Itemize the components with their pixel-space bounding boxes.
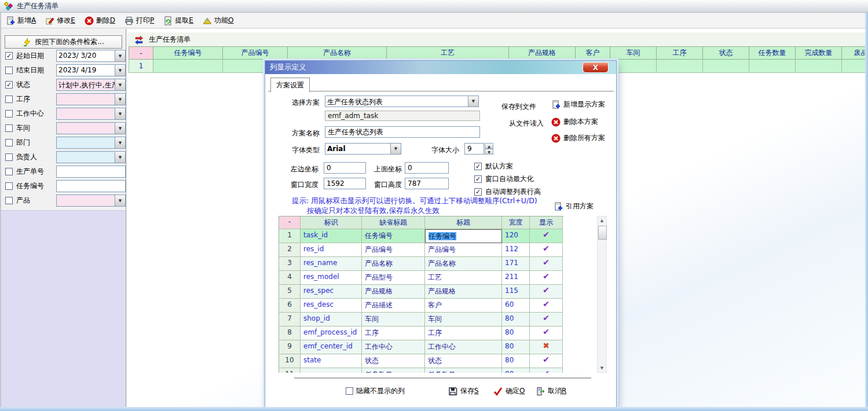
filter-workshop-checkbox[interactable] (5, 124, 13, 132)
grid-horizontal-scrollbar[interactable] (294, 377, 591, 379)
spin-up-icon[interactable]: ▲ (485, 143, 493, 149)
option-auto-row-height-checkbox[interactable]: ✓ (474, 188, 482, 196)
scroll-up-icon[interactable]: ▲ (598, 217, 606, 224)
button-delete-this-scheme[interactable]: 删除本方案 (551, 117, 598, 127)
link-read-from-file[interactable]: 从文件读入 (509, 119, 544, 129)
task-column-header[interactable]: 产品名称 (288, 46, 387, 60)
task-column-header[interactable]: 废品数量 (842, 46, 865, 60)
task-cell[interactable] (842, 60, 865, 73)
task-column-header[interactable]: 产品规格 (509, 46, 576, 60)
grid-cell-width[interactable]: 60 (502, 299, 530, 313)
task-column-header[interactable]: 产品编号 (223, 46, 288, 60)
chevron-down-icon[interactable]: ▼ (115, 79, 125, 90)
button-add-display-scheme[interactable]: 新增显示方案 (551, 100, 605, 109)
grid-cell-default-title[interactable]: 产品描述 (362, 299, 425, 313)
close-icon[interactable]: X (583, 62, 609, 73)
grid-cell-identifier[interactable]: res_model (301, 271, 362, 285)
grid-cell-title[interactable]: 车间 (425, 313, 502, 326)
grid-cell-identifier[interactable]: state (301, 354, 362, 368)
filter-production-order-input[interactable] (56, 166, 126, 178)
grid-cell-default-title[interactable]: 工序 (362, 326, 425, 340)
top-coord-input[interactable]: 0 (405, 162, 449, 174)
grid-cell-width[interactable]: 80 (502, 354, 530, 368)
grid-cell-identifier[interactable]: emf_center_id (301, 340, 362, 354)
grid-cell-show-check-icon[interactable]: ✔ (530, 299, 563, 313)
grid-cell-title[interactable]: 产品规格 (425, 285, 502, 299)
grid-cell-show-check-icon[interactable]: ✔ (530, 354, 563, 368)
toolbar-button-delete[interactable]: 删除D (85, 16, 115, 25)
filter-status-checkbox[interactable]: ✓ (5, 81, 13, 89)
grid-cell-identifier[interactable]: res_spec (301, 285, 362, 299)
grid-cell-title[interactable]: 任务编号 (425, 229, 502, 243)
filter-owner-combo[interactable]: ▼ (56, 151, 126, 163)
grid-cell-show-check-icon[interactable]: ✔ (530, 368, 563, 373)
filter-start-date-checkbox[interactable]: ✓ (5, 52, 13, 60)
grid-cell-show-check-icon[interactable]: ✔ (530, 313, 563, 326)
filter-department-checkbox[interactable] (5, 139, 13, 146)
toolbar-button-function[interactable]: 功能O (203, 16, 233, 25)
grid-cell-show-check-icon[interactable]: ✔ (530, 257, 563, 271)
chevron-down-icon[interactable]: ▼ (468, 96, 478, 107)
hide-columns-checkbox[interactable] (346, 387, 353, 395)
chevron-down-icon[interactable]: ▼ (115, 50, 125, 61)
grid-vertical-scrollbar[interactable]: ▲ ▼ (597, 216, 607, 373)
select-scheme-combo[interactable]: 生产任务状态列表 ▼ (325, 96, 479, 107)
grid-cell-default-title[interactable]: 产品型号 (362, 271, 425, 285)
grid-cell-default-title[interactable]: 车间 (362, 313, 425, 326)
search-by-conditions-button[interactable]: 按照下面的条件检索... (5, 35, 122, 49)
grid-cell-identifier[interactable]: res_id (301, 243, 362, 257)
task-column-header[interactable]: 完成数量 (796, 46, 842, 60)
grid-cell-title[interactable]: 工序 (425, 326, 502, 340)
task-cell[interactable] (703, 60, 749, 73)
grid-cell-show-check-icon[interactable]: ✔ (530, 285, 563, 299)
grid-cell-title[interactable]: 客户 (425, 299, 502, 313)
grid-cell-show-check-icon[interactable]: ✔ (530, 271, 563, 285)
grid-cell-default-title[interactable]: 产品编号 (362, 243, 425, 257)
hide-columns-option[interactable]: 隐藏不显示的列 (346, 386, 405, 396)
grid-cell-identifier[interactable]: res_name (301, 257, 362, 271)
filter-product-combo[interactable]: ▼ (56, 195, 126, 207)
filter-work-center-checkbox[interactable] (5, 110, 13, 118)
button-delete-all-schemes[interactable]: 删除所有方案 (551, 133, 605, 143)
grid-cell-width[interactable]: 80 (502, 368, 530, 373)
task-column-header[interactable]: 状态 (703, 46, 749, 60)
chevron-down-icon[interactable]: ▼ (115, 94, 125, 105)
left-coord-input[interactable]: 0 (324, 162, 366, 174)
grid-cell-title[interactable]: 任务数量 (425, 368, 502, 373)
grid-cell-default-title[interactable]: 任务数量 (362, 368, 425, 373)
task-column-header[interactable]: 任务数量 (749, 46, 796, 60)
grid-cell-width[interactable]: 80 (502, 313, 530, 326)
filter-work-center-combo[interactable]: ▼ (56, 108, 126, 120)
chevron-down-icon[interactable]: ▼ (115, 137, 125, 148)
option-auto-maximize-checkbox[interactable]: ✓ (474, 175, 482, 183)
grid-cell-show-check-icon[interactable]: ✔ (530, 229, 563, 243)
grid-cell-default-title[interactable]: 工作中心 (362, 340, 425, 354)
task-cell[interactable] (153, 60, 223, 73)
option-auto-maximize[interactable]: ✓窗口自动最大化 (474, 174, 534, 184)
tab-scheme-settings[interactable]: 方案设置 (270, 78, 310, 92)
filter-product-checkbox[interactable] (5, 197, 13, 204)
filter-end-date-combo[interactable]: 2023/ 4/19▼ (56, 64, 126, 76)
grid-cell-width[interactable]: 112 (502, 243, 530, 257)
grid-cell-default-title[interactable]: 产品名称 (362, 257, 425, 271)
chevron-down-icon[interactable]: ▼ (390, 144, 401, 154)
grid-cell-width[interactable]: 80 (502, 340, 530, 354)
font-type-combo[interactable]: Arial ▼ (325, 143, 401, 155)
grid-cell-title[interactable]: 产品名称 (425, 257, 502, 271)
grid-cell-show-check-icon[interactable]: ✔ (530, 243, 563, 257)
task-cell[interactable] (657, 60, 703, 73)
link-save-to-file[interactable]: 保存到文件 (501, 102, 536, 112)
grid-cell-title[interactable]: 状态 (425, 354, 502, 368)
grid-cell-width[interactable]: 211 (502, 271, 530, 285)
grid-cell-width[interactable]: 115 (502, 285, 530, 299)
chevron-down-icon[interactable]: ▼ (115, 108, 125, 119)
toolbar-button-edit[interactable]: 修改E (45, 16, 75, 25)
filter-process-combo[interactable]: ▼ (56, 93, 126, 105)
grid-cell-default-title[interactable]: 产品规格 (362, 285, 425, 299)
toolbar-button-add[interactable]: 新增A (6, 16, 36, 25)
grid-cell-width[interactable]: 120 (502, 229, 530, 243)
task-column-header[interactable]: 车间 (610, 46, 657, 60)
filter-owner-checkbox[interactable] (5, 153, 13, 161)
grid-cell-width[interactable]: 171 (502, 257, 530, 271)
font-size-input[interactable]: 9 (464, 143, 484, 155)
